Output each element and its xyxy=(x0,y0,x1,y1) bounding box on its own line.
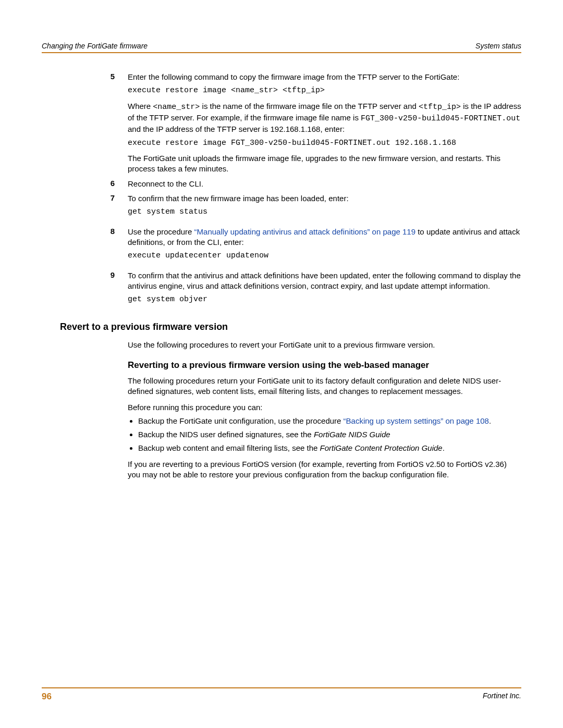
list-item: Backup the FortiGate unit configuration,… xyxy=(138,416,521,426)
step-number: 6 xyxy=(42,179,128,189)
link-backup-settings[interactable]: “Backing up system settings” on page 108 xyxy=(344,416,489,425)
section-intro: Use the following procedures to revert y… xyxy=(128,340,521,350)
subsection-p1: The following procedures return your For… xyxy=(128,376,521,397)
step-7-text: To confirm that the new firmware image h… xyxy=(128,193,521,204)
link-manual-update[interactable]: “Manually updating antivirus and attack … xyxy=(194,227,415,236)
step-5-command-2: execute restore image FGT_300-v250-build… xyxy=(128,138,521,149)
subsection-heading: Reverting to a previous firmware version… xyxy=(128,360,521,371)
page-number: 96 xyxy=(42,692,52,702)
header-left: Changing the FortiGate firmware xyxy=(42,42,148,50)
page: Changing the FortiGate firmware System s… xyxy=(0,0,563,728)
step-5-intro: Enter the following command to copy the … xyxy=(128,72,521,82)
list-item: Backup the NIDS user defined signatures,… xyxy=(138,429,521,440)
step-5-result: The FortiGate unit uploads the firmware … xyxy=(128,153,521,175)
step-9: 9 To confirm that the antivirus and atta… xyxy=(42,270,521,310)
step-body: To confirm that the antivirus and attack… xyxy=(128,270,521,310)
step-5-where: Where <name_str> is the name of the firm… xyxy=(128,101,521,135)
step-6: 6 Reconnect to the CLI. xyxy=(42,179,521,189)
guide-content-protection: FortiGate Content Protection Guide xyxy=(320,443,443,452)
bullet-list: Backup the FortiGate unit configuration,… xyxy=(128,416,521,454)
step-body: To confirm that the new firmware image h… xyxy=(128,193,521,223)
step-7: 7 To confirm that the new firmware image… xyxy=(42,193,521,223)
guide-nids: FortiGate NIDS Guide xyxy=(314,430,390,439)
company-name: Fortinet Inc. xyxy=(483,692,521,702)
step-body: Enter the following command to copy the … xyxy=(128,72,521,175)
step-body: Use the procedure “Manually updating ant… xyxy=(128,227,521,266)
step-number: 7 xyxy=(42,193,128,223)
step-8: 8 Use the procedure “Manually updating a… xyxy=(42,227,521,266)
page-header: Changing the FortiGate firmware System s… xyxy=(42,42,521,53)
step-9-command: get system objver xyxy=(128,294,521,305)
list-item: Backup web content and email filtering l… xyxy=(138,443,521,453)
page-footer: 96 Fortinet Inc. xyxy=(42,687,521,702)
header-right: System status xyxy=(475,42,521,50)
step-8-text: Use the procedure “Manually updating ant… xyxy=(128,227,521,248)
section-heading: Revert to a previous firmware version xyxy=(60,322,521,332)
step-body: Reconnect to the CLI. xyxy=(128,179,521,189)
subsection-p3: If you are reverting to a previous Forti… xyxy=(128,459,521,480)
step-5-command-1: execute restore image <name_str> <tftp_i… xyxy=(128,85,521,96)
step-7-command: get system status xyxy=(128,207,521,217)
step-5: 5 Enter the following command to copy th… xyxy=(42,72,521,175)
step-number: 9 xyxy=(42,270,128,310)
step-8-command: execute updatecenter updatenow xyxy=(128,251,521,261)
step-9-text: To confirm that the antivirus and attack… xyxy=(128,270,521,292)
subsection-p2: Before running this procedure you can: xyxy=(128,402,521,413)
content-area: 5 Enter the following command to copy th… xyxy=(42,53,521,480)
subsection-block: Reverting to a previous firmware version… xyxy=(128,360,521,480)
step-number: 5 xyxy=(42,72,128,175)
step-number: 8 xyxy=(42,227,128,266)
